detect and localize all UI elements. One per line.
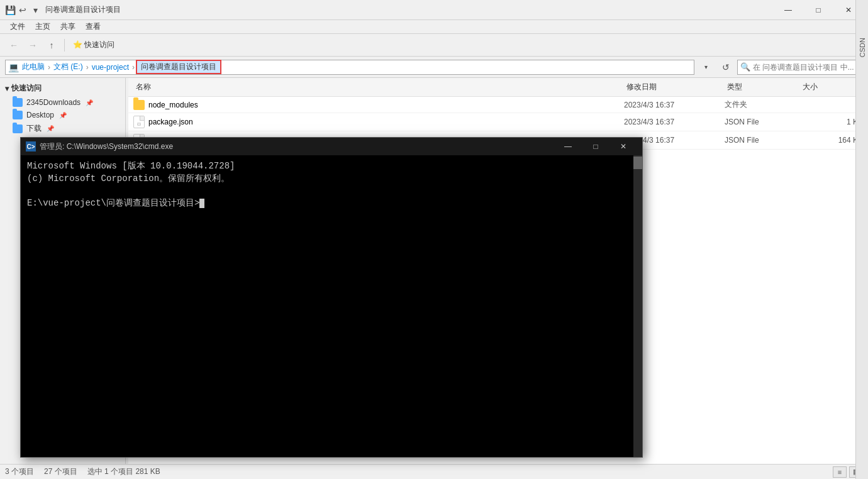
cmd-line1: Microsoft Windows [版本 10.0.19044.2728]: [27, 160, 636, 173]
breadcrumb-vue[interactable]: vue-project: [90, 63, 131, 72]
cmd-title-bar: C> 管理员: C:\Windows\System32\cmd.exe — □ …: [21, 138, 642, 155]
selected-count: 选中 1 个项目 281 KB: [87, 466, 160, 477]
pin-icon-xz: 📌: [47, 125, 54, 132]
search-icon: 🔍: [740, 62, 750, 72]
col-date[interactable]: 修改日期: [624, 80, 725, 94]
file-row-package-json[interactable]: { } package.json 2023/4/3 16:37 JSON Fil…: [128, 113, 868, 131]
file-size-package-lock-json: 164 KB: [800, 136, 863, 145]
item-count: 3 个项目: [5, 466, 34, 477]
forward-button[interactable]: →: [24, 36, 42, 54]
file-size-package-json: 1 KB: [800, 118, 863, 126]
json-icon-package: { }: [133, 116, 145, 128]
col-name[interactable]: 名称: [133, 80, 624, 94]
search-box: 🔍: [737, 60, 863, 75]
sidebar-item-downloads[interactable]: 2345Downloads 📌: [0, 96, 125, 109]
file-type-node-modules: 文件夹: [725, 99, 800, 110]
col-size[interactable]: 大小: [800, 80, 863, 94]
pin-icon-downloads: 📌: [86, 99, 93, 106]
folder-icon-downloads: [13, 98, 23, 107]
title-bar-controls: — □ ✕: [774, 1, 863, 19]
breadcrumb-current[interactable]: 问卷调查题目设计项目: [136, 60, 221, 74]
csdn-label[interactable]: CSDN: [859, 38, 866, 57]
cmd-title-text: 管理员: C:\Windows\System32\cmd.exe: [40, 141, 550, 152]
folder-icon-node-modules: [133, 100, 145, 110]
quick-access-header[interactable]: ▾ 快速访问: [0, 80, 125, 96]
up-button[interactable]: ↑: [43, 36, 60, 54]
file-name-package-json: { } package.json: [133, 116, 624, 128]
cmd-close-button[interactable]: ✕: [609, 138, 637, 155]
menu-share[interactable]: 共享: [55, 20, 81, 33]
dropdown-icon[interactable]: ▾: [30, 5, 40, 15]
folder-icon-xz: [13, 124, 23, 133]
bottom-count: 27 个项目: [44, 466, 77, 477]
pin-icon-desktop: 📌: [59, 112, 67, 119]
file-date-node-modules: 2023/4/3 16:37: [624, 101, 725, 109]
sidebar-item-desktop[interactable]: Desktop 📌: [0, 109, 125, 121]
col-type[interactable]: 类型: [725, 80, 800, 94]
cmd-cursor: [199, 199, 204, 208]
file-list-header: 名称 修改日期 类型 大小: [128, 78, 868, 97]
save-icon[interactable]: 💾: [5, 5, 15, 15]
maximize-button[interactable]: □: [804, 1, 833, 19]
menu-view[interactable]: 查看: [81, 20, 106, 33]
file-name-node-modules: node_modules: [133, 100, 624, 110]
view-list-button[interactable]: ≡: [833, 466, 847, 478]
sep3: ›: [132, 63, 135, 72]
title-bar: 💾 ↩ ▾ 问卷调查题目设计项目 — □ ✕: [0, 0, 868, 20]
file-row-node-modules[interactable]: node_modules 2023/4/3 16:37 文件夹: [128, 97, 868, 113]
cmd-maximize-button[interactable]: □: [582, 138, 609, 155]
sidebar-item-xz[interactable]: 下载 📌: [0, 121, 125, 136]
chevron-down-icon: ▾: [5, 84, 9, 93]
cmd-line2: (c) Microsoft Corporation。保留所有权利。: [27, 173, 636, 185]
cmd-body[interactable]: Microsoft Windows [版本 10.0.19044.2728] (…: [21, 155, 642, 457]
toolbar-separator: [64, 39, 65, 52]
quick-access-btn[interactable]: ⭐ 快速访问: [69, 36, 119, 54]
cmd-prompt: E:\vue-project\问卷调查题目设计项目>: [27, 197, 199, 210]
address-bar: 💻 此电脑 › 文档 (E:) › vue-project › 问卷调查题目设计…: [0, 57, 868, 78]
title-text: 问卷调查题目设计项目: [45, 4, 774, 15]
computer-icon: 💻: [8, 62, 19, 72]
title-bar-icons: 💾 ↩ ▾: [5, 5, 40, 15]
breadcrumb-this-pc[interactable]: 此电脑: [20, 62, 47, 72]
search-input[interactable]: [753, 63, 860, 72]
file-type-package-json: JSON File: [725, 118, 800, 126]
status-bar: 3 个项目 27 个项目 选中 1 个项目 281 KB ≡ ▦: [0, 464, 868, 479]
cmd-line3: [27, 185, 636, 197]
undo-icon[interactable]: ↩: [18, 5, 28, 15]
menu-home[interactable]: 主页: [30, 20, 55, 33]
cmd-controls: — □ ✕: [554, 138, 637, 155]
cmd-window: C> 管理员: C:\Windows\System32\cmd.exe — □ …: [20, 137, 643, 458]
address-dropdown-btn[interactable]: ▾: [697, 60, 715, 75]
cmd-app-icon: C>: [26, 141, 36, 151]
cmd-scrollbar[interactable]: [633, 155, 642, 457]
file-type-package-lock-json: JSON File: [725, 136, 800, 145]
breadcrumb[interactable]: 💻 此电脑 › 文档 (E:) › vue-project › 问卷调查题目设计…: [5, 60, 694, 75]
cmd-minimize-button[interactable]: —: [554, 138, 582, 155]
cmd-prompt-line: E:\vue-project\问卷调查题目设计项目>: [27, 197, 636, 210]
menu-bar: 文件 主页 共享 查看: [0, 20, 868, 34]
sep2: ›: [86, 63, 89, 72]
toolbar: ← → ↑ ⭐ 快速访问: [0, 34, 868, 57]
cmd-scroll-thumb[interactable]: [633, 157, 642, 169]
folder-icon-desktop: [13, 111, 23, 119]
refresh-button[interactable]: ↺: [717, 60, 735, 75]
menu-file[interactable]: 文件: [5, 20, 30, 33]
right-panel: CSDN: [855, 0, 868, 479]
breadcrumb-drive[interactable]: 文档 (E:): [52, 62, 85, 72]
back-button[interactable]: ←: [5, 36, 23, 54]
file-date-package-json: 2023/4/3 16:37: [624, 118, 725, 126]
minimize-button[interactable]: —: [774, 1, 803, 19]
sep1: ›: [48, 63, 50, 72]
